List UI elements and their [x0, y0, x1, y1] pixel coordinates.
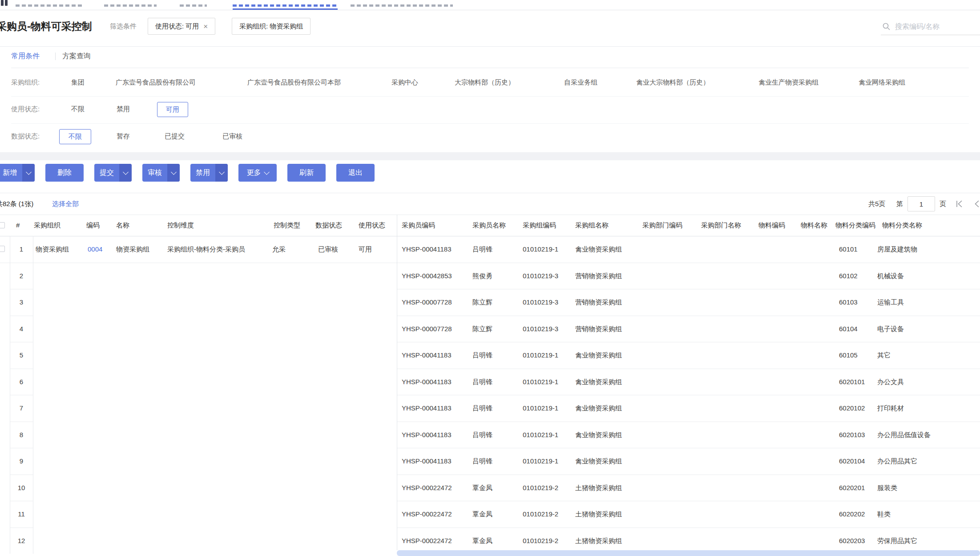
column-header-purchase-group-code: 采购组编码 — [523, 215, 556, 236]
header-select-all-checkbox[interactable] — [0, 222, 5, 228]
delete-button[interactable]: 删除 — [45, 164, 84, 182]
row-index-cell: 9 — [10, 448, 33, 475]
column-header-name: 名称 — [116, 215, 129, 236]
column-header-control-dimension: 控制维度 — [167, 215, 194, 236]
cell-group-code: 01010219-1 — [523, 236, 558, 263]
horizontal-scrollbar[interactable] — [397, 550, 980, 556]
cell-buyer-code: YHSP-00041183 — [402, 422, 451, 448]
button-label: 新增 — [0, 168, 22, 178]
browser-tab[interactable] — [104, 4, 157, 7]
column-header-material-name: 物料名称 — [801, 215, 827, 236]
column-header-purchase-dept-code: 采购部门编码 — [642, 215, 682, 236]
cell-buyer-name: 吕明锋 — [472, 395, 492, 422]
cell-control-dimension: 采购组织-物料分类-采购员 — [167, 236, 245, 263]
column-header-control-type: 控制类型 — [274, 215, 300, 236]
row-index-cell: 7 — [10, 395, 33, 422]
condition-option-purchase-org[interactable]: 集团 — [71, 78, 85, 87]
cell-class-code: 60105 — [839, 342, 858, 369]
submit-button[interactable]: 提交 — [94, 164, 132, 182]
row-index-cell: 6 — [10, 369, 33, 395]
approve-dropdown-toggle[interactable] — [167, 164, 180, 182]
column-header-material-code: 物料编码 — [758, 215, 785, 236]
cell-class-code: 60101 — [839, 236, 858, 263]
page-number-input[interactable] — [907, 196, 935, 211]
condition-option-use-status[interactable]: 不限 — [71, 105, 85, 114]
cell-class-name: 其它 — [877, 342, 891, 369]
condition-option-data-status[interactable]: 已审核 — [222, 132, 242, 141]
tab-scheme-query[interactable]: 方案查询 — [62, 50, 91, 62]
menu-grid-icon[interactable] — [1, 0, 8, 6]
cell-group-code: 01010219-3 — [523, 263, 558, 289]
filter-chip-use-status[interactable]: 使用状态: 可用 × — [148, 18, 215, 35]
approve-button[interactable]: 审核 — [142, 164, 180, 182]
submit-dropdown-toggle[interactable] — [119, 164, 132, 182]
filter-chip-label: 使用状态: 可用 — [155, 22, 199, 31]
browser-tab[interactable] — [16, 4, 82, 7]
condition-option-purchase-org[interactable]: 大宗物料部（历史） — [455, 78, 515, 87]
condition-option-data-status[interactable]: 已提交 — [165, 132, 185, 141]
select-all-link[interactable]: 选择全部 — [52, 193, 79, 215]
top-tab-bar — [0, 0, 980, 10]
cell-class-code: 6020102 — [839, 395, 865, 422]
column-header-purchase-group-name: 采购组名称 — [575, 215, 609, 236]
search-input[interactable] — [894, 20, 976, 33]
chip-close-icon[interactable]: × — [203, 23, 208, 30]
chevron-down-icon — [171, 169, 177, 175]
condition-option-purchase-org[interactable]: 自采业务组 — [564, 78, 597, 87]
browser-tab[interactable] — [180, 4, 207, 7]
filter-chip-purchase-org[interactable]: 采购组织: 物资采购组 — [232, 18, 311, 35]
condition-option-purchase-org[interactable]: 禽业网络采购组 — [859, 78, 905, 87]
cell-buyer-name: 覃金凤 — [472, 501, 492, 528]
browser-tab-active[interactable] — [233, 4, 338, 7]
condition-option-purchase-org[interactable]: 禽业大宗物料部（历史） — [636, 78, 710, 87]
condition-option-data-status-selected[interactable]: 不限 — [59, 129, 91, 144]
cell-class-code: 6020104 — [839, 448, 865, 475]
cell-data-status: 已审核 — [318, 236, 338, 263]
disable-dropdown-toggle[interactable] — [215, 164, 228, 182]
cell-code[interactable]: 0004 — [88, 236, 102, 263]
more-button[interactable]: 更多 — [238, 164, 277, 182]
cell-group-name: 土猪物资采购组 — [575, 501, 622, 528]
search-icon — [882, 22, 891, 31]
condition-option-data-status[interactable]: 暂存 — [117, 132, 130, 141]
filter-conditions-label: 筛选条件 — [110, 18, 137, 35]
cell-org: 物资采购组 — [36, 236, 69, 263]
browser-tab[interactable] — [351, 4, 453, 7]
cell-group-code: 01010219-1 — [523, 369, 558, 395]
cell-class-code: 6020202 — [839, 501, 865, 528]
prev-page-icon[interactable] — [973, 200, 980, 207]
cell-group-name: 禽业物资采购组 — [575, 448, 622, 475]
exit-button[interactable]: 退出 — [336, 164, 375, 182]
chevron-down-icon — [219, 169, 225, 175]
add-dropdown-toggle[interactable] — [22, 164, 35, 182]
cell-group-name: 营销物资采购组 — [575, 289, 622, 316]
toolbar: 新增删除提交审核禁用更多刷新退出 — [0, 164, 375, 182]
add-button[interactable]: 新增 — [0, 164, 35, 182]
cell-class-code: 6020101 — [839, 369, 865, 395]
cell-group-code: 01010219-1 — [523, 395, 558, 422]
cell-buyer-name: 吕明锋 — [472, 448, 492, 475]
cell-group-name: 禽业物资采购组 — [575, 342, 622, 369]
cell-class-code: 60104 — [839, 316, 858, 342]
row-index-cell: 8 — [10, 422, 33, 448]
condition-option-purchase-org[interactable]: 禽业生产物资采购组 — [758, 78, 819, 87]
cell-class-code: 6020201 — [839, 475, 865, 501]
cell-group-code: 01010219-2 — [523, 475, 558, 501]
condition-option-use-status[interactable]: 禁用 — [117, 105, 130, 114]
condition-option-purchase-org[interactable]: 广东壹号食品股份有限公司本部 — [247, 78, 341, 87]
first-page-icon[interactable] — [956, 200, 964, 207]
button-label: 禁用 — [190, 168, 215, 178]
cell-class-code: 60103 — [839, 289, 858, 316]
chevron-down-icon — [123, 169, 129, 175]
button-label: 删除 — [57, 168, 72, 178]
condition-option-purchase-org[interactable]: 采购中心 — [391, 78, 418, 87]
column-header-purchase-org: 采购组织 — [34, 215, 60, 236]
button-label: 刷新 — [299, 168, 314, 178]
row-checkbox[interactable] — [0, 246, 5, 252]
tab-common-conditions[interactable]: 常用条件 — [11, 50, 40, 62]
disable-button[interactable]: 禁用 — [190, 164, 228, 182]
refresh-button[interactable]: 刷新 — [287, 164, 326, 182]
condition-option-use-status-selected[interactable]: 可用 — [157, 102, 188, 117]
condition-option-purchase-org[interactable]: 广东壹号食品股份有限公司 — [116, 78, 196, 87]
cell-class-name: 办公用品低值设备 — [877, 422, 931, 448]
